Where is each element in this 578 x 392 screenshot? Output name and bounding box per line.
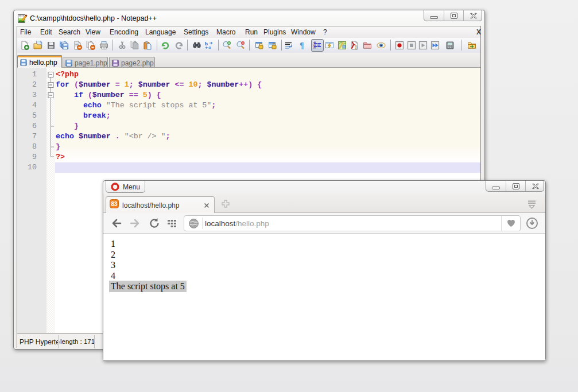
svg-text:83: 83 xyxy=(111,201,118,207)
svg-text:¶: ¶ xyxy=(300,41,304,50)
svg-text:(): () xyxy=(355,45,358,49)
svg-text:a: a xyxy=(208,44,211,50)
svg-text:b: b xyxy=(205,41,208,46)
